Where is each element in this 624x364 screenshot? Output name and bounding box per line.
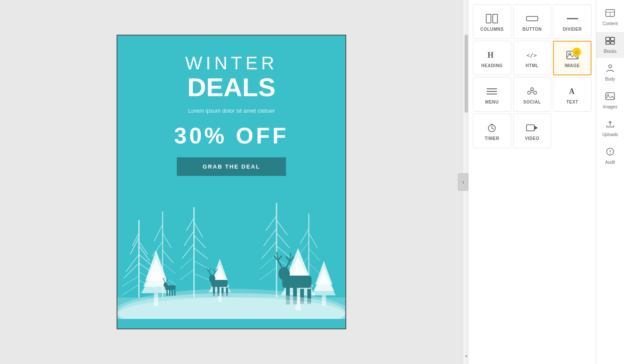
svg-rect-72 <box>172 290 173 296</box>
block-item-heading[interactable]: H HEADING <box>473 41 511 75</box>
email-cta-button[interactable]: GRAB THE DEAL <box>177 157 286 176</box>
block-item-image[interactable]: ☝ IMAGE <box>553 41 592 75</box>
button-icon <box>526 14 538 23</box>
uploads-icon <box>605 120 615 130</box>
svg-rect-73 <box>174 290 176 296</box>
scroll-divider: › ▼ <box>463 0 468 364</box>
columns-icon <box>486 14 498 23</box>
sidebar-item-blocks[interactable]: Blocks <box>596 32 624 58</box>
email-preview: WINTER DEALS Lorem ipsum dolor sit amet … <box>117 35 346 329</box>
svg-point-122 <box>533 91 536 94</box>
images-label: Images <box>603 104 618 109</box>
text-label: TEXT <box>566 100 578 104</box>
block-item-video[interactable]: VIDEO <box>513 114 552 148</box>
block-item-social[interactable]: SOCIAL <box>513 77 552 112</box>
blocks-label: Blocks <box>604 49 616 54</box>
svg-point-145 <box>610 153 611 154</box>
svg-rect-137 <box>611 37 614 41</box>
svg-line-129 <box>492 128 494 129</box>
cursor-indicator: ☝ <box>572 48 581 56</box>
block-item-divider[interactable]: DIVIDER <box>553 4 592 39</box>
video-icon <box>526 123 538 133</box>
email-title-winter: WINTER <box>130 53 332 74</box>
svg-text:A: A <box>569 87 575 96</box>
image-icon-wrapper: ☝ <box>566 50 578 60</box>
svg-rect-139 <box>611 42 614 44</box>
svg-rect-112 <box>526 16 538 21</box>
columns-label: COLUMNS <box>480 27 504 32</box>
svg-rect-131 <box>526 125 534 131</box>
collapse-panel-button[interactable]: › <box>458 173 468 191</box>
email-discount: 30% OFF <box>130 123 332 149</box>
audit-label: Audit <box>605 160 615 165</box>
uploads-label: Uploads <box>602 132 618 137</box>
svg-rect-111 <box>493 14 497 23</box>
divider-label: DIVIDER <box>563 27 582 32</box>
email-top-section: WINTER DEALS Lorem ipsum dolor sit amet … <box>117 36 345 185</box>
heading-label: HEADING <box>481 63 503 68</box>
block-item-text[interactable]: A TEXT <box>553 77 592 112</box>
body-icon <box>605 64 615 75</box>
far-right-sidebar: Content Blocks Body <box>596 0 624 364</box>
svg-text:H: H <box>488 51 494 59</box>
images-icon <box>605 92 615 103</box>
svg-point-75 <box>164 282 168 287</box>
scroll-down-arrow[interactable]: ▼ <box>465 354 468 359</box>
svg-point-87 <box>209 274 215 283</box>
sidebar-item-uploads[interactable]: Uploads <box>596 115 624 141</box>
content-icon <box>605 9 615 20</box>
timer-icon <box>486 123 498 133</box>
block-item-columns[interactable]: COLUMNS <box>473 4 511 39</box>
svg-rect-71 <box>169 289 170 296</box>
email-title-deals: DEALS <box>130 75 332 101</box>
svg-point-99 <box>279 267 290 280</box>
svg-rect-141 <box>606 93 614 100</box>
sidebar-item-audit[interactable]: Audit <box>596 143 624 169</box>
sidebar-item-content[interactable]: Content <box>596 4 624 30</box>
svg-rect-110 <box>486 14 491 23</box>
svg-text:</>: </> <box>526 52 537 58</box>
block-item-button[interactable]: BUTTON <box>513 4 552 39</box>
menu-label: MENU <box>485 100 499 104</box>
content-label: Content <box>602 21 618 26</box>
html-label: HTML <box>526 63 539 68</box>
button-label: BUTTON <box>523 27 542 32</box>
email-subtitle: Lorem ipsum dolor sit amet ctetuer <box>130 107 332 114</box>
block-item-html[interactable]: </> HTML <box>513 41 552 75</box>
audit-icon <box>605 147 615 158</box>
video-label: VIDEO <box>525 136 540 141</box>
body-label: Body <box>605 77 615 81</box>
social-icon <box>526 87 538 96</box>
block-item-timer[interactable]: TIMER <box>473 114 511 148</box>
image-label: IMAGE <box>565 63 580 68</box>
canvas-area: WINTER DEALS Lorem ipsum dolor sit amet … <box>0 0 463 364</box>
svg-rect-70 <box>166 289 168 296</box>
svg-point-142 <box>607 94 609 96</box>
divider-icon <box>566 14 578 23</box>
sidebar-item-body[interactable]: Body <box>596 60 624 86</box>
svg-point-140 <box>609 65 612 68</box>
social-label: SOCIAL <box>523 100 541 104</box>
svg-marker-132 <box>534 126 538 130</box>
svg-rect-136 <box>606 37 610 41</box>
sidebar-item-images[interactable]: Images <box>596 88 624 114</box>
svg-rect-138 <box>606 42 610 44</box>
svg-point-121 <box>527 91 530 94</box>
text-icon: A <box>566 87 578 96</box>
winter-scene <box>117 185 345 319</box>
block-item-menu[interactable]: MENU <box>473 77 511 112</box>
blocks-panel: COLUMNS BUTTON DIVIDER H <box>468 0 596 364</box>
html-icon: </> <box>526 50 538 60</box>
timer-label: TIMER <box>485 136 500 141</box>
blocks-icon <box>605 36 615 47</box>
heading-icon: H <box>486 50 498 60</box>
menu-icon <box>486 87 498 96</box>
blocks-grid: COLUMNS BUTTON DIVIDER H <box>468 0 596 364</box>
